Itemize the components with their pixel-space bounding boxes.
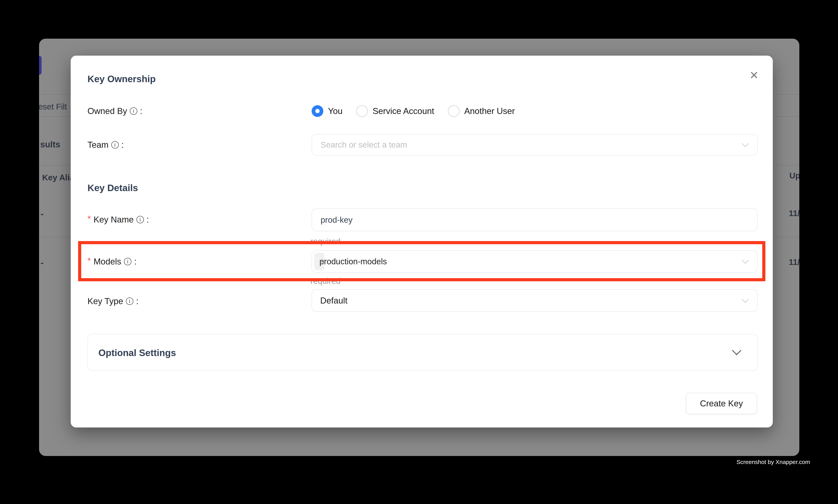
screenshot-canvas: eset Filt sults Key Alia Up - 11/ - 11/ … — [0, 0, 838, 504]
key-type-value: Default — [320, 296, 347, 305]
info-icon[interactable]: i — [137, 216, 144, 223]
reset-filters-button-fragment[interactable]: eset Filt — [39, 102, 67, 112]
radio-unselected-icon[interactable] — [356, 105, 368, 117]
key-name-required-hint: required — [310, 236, 340, 247]
close-icon[interactable]: ✕ — [746, 67, 762, 83]
radio-option-you[interactable]: You — [311, 105, 342, 117]
optional-settings-panel[interactable]: Optional Settings — [88, 334, 757, 371]
team-label: Team — [88, 140, 109, 150]
tag-remove-icon[interactable]: ✕ — [319, 258, 325, 265]
radio-selected-icon[interactable] — [311, 105, 323, 117]
key-type-label: Key Type — [88, 296, 123, 306]
radio-label: You — [328, 106, 342, 116]
section-title-key-details: Key Details — [88, 182, 138, 194]
dimmed-primary-button-fragment — [39, 56, 41, 75]
info-icon[interactable]: i — [130, 107, 137, 115]
optional-settings-title: Optional Settings — [99, 334, 176, 371]
models-required-hint: required — [310, 276, 340, 286]
owned-by-label: Owned By — [88, 106, 127, 116]
radio-option-another-user[interactable]: Another User — [448, 105, 515, 117]
key-type-select[interactable]: Default — [311, 289, 757, 312]
info-icon[interactable]: i — [124, 258, 131, 265]
models-label: Models — [93, 257, 121, 267]
info-icon[interactable]: i — [111, 141, 119, 148]
model-tag-label: production-models — [319, 257, 387, 266]
radio-unselected-icon[interactable] — [448, 105, 460, 117]
chevron-down-icon — [742, 140, 749, 147]
team-select[interactable] — [311, 134, 757, 156]
label-colon: : — [136, 296, 139, 306]
table-header-updated: Up — [789, 170, 799, 181]
models-select[interactable]: production-models ✕ — [311, 250, 757, 273]
table-row-key-alias: - — [41, 209, 43, 219]
info-icon[interactable]: i — [126, 298, 133, 305]
owned-by-radio-group: You Service Account Another User — [311, 105, 515, 117]
model-tag: production-models ✕ — [314, 253, 324, 270]
key-name-label: Key Name — [93, 215, 133, 224]
chevron-down-icon — [742, 295, 749, 303]
owned-by-label-row: Owned By i : — [88, 105, 142, 117]
team-select-input[interactable] — [320, 140, 696, 150]
table-row-key-alias: - — [41, 257, 43, 268]
create-key-button[interactable]: Create Key — [686, 393, 757, 414]
key-name-field[interactable] — [311, 209, 757, 231]
key-name-label-row: * Key Name i : — [88, 214, 149, 226]
watermark-text: Screenshot by Xnapper.com — [736, 459, 810, 465]
models-label-row: * Models i : — [88, 256, 137, 267]
required-marker: * — [88, 214, 91, 224]
label-colon: : — [140, 106, 142, 116]
section-title-key-ownership: Key Ownership — [88, 73, 156, 85]
radio-option-service-account[interactable]: Service Account — [356, 105, 434, 117]
label-colon: : — [122, 140, 124, 150]
create-key-modal: ✕ Key Ownership Owned By i : You Service… — [71, 56, 773, 428]
team-label-row: Team i : — [88, 139, 124, 151]
table-header-key-alias: Key Alia — [42, 173, 74, 183]
radio-label: Service Account — [373, 106, 434, 116]
chevron-down-icon — [732, 346, 741, 355]
label-colon: : — [147, 215, 149, 224]
chevron-down-icon — [742, 257, 749, 264]
key-name-input[interactable] — [320, 215, 706, 225]
radio-label: Another User — [464, 106, 515, 116]
table-row-updated: 11/ — [789, 208, 799, 219]
label-colon: : — [134, 257, 137, 267]
required-marker: * — [88, 256, 91, 266]
key-type-label-row: Key Type i : — [88, 295, 139, 307]
table-row-updated: 11/ — [789, 257, 799, 267]
results-count-fragment: sults — [40, 139, 60, 150]
